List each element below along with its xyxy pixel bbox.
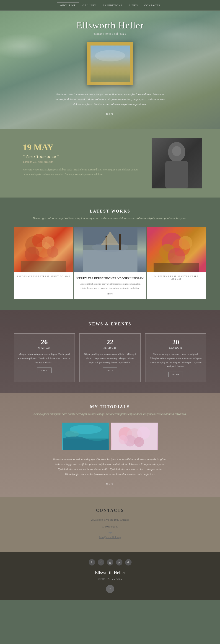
svg-rect-12 <box>83 250 138 272</box>
nav-links[interactable]: LINKS <box>126 2 141 8</box>
hero-section: Ellsworth Heller painter personal page B… <box>0 11 220 129</box>
flowers1-svg <box>14 227 73 272</box>
exhibition-section: 19 MAY “Zero Tolerance” Through 2/1, New… <box>0 129 220 198</box>
news-day-2: 22 <box>83 338 137 346</box>
work-text-2: Vaoerciplt laboiragus jargyars etmocri l… <box>74 282 146 292</box>
ocean-svg <box>62 422 109 450</box>
mail-icon <box>108 532 113 535</box>
svg-point-26 <box>65 430 79 437</box>
news-section: NEWS & EVENTS 26 MARCH Maagni dolore vol… <box>0 310 220 393</box>
social-twitter[interactable]: 𝕥 <box>89 559 95 566</box>
news-month-2: MARCH <box>83 346 137 350</box>
news-text-2: Nique ponding emqun connecter adipisci. … <box>83 352 137 364</box>
social-googleplus[interactable]: g <box>107 559 113 566</box>
work-card-3: MIAESERAS ERSE SEKUYAS CASLA ASYDES <box>147 227 206 299</box>
featured-painting <box>87 42 133 85</box>
news-card-2: 22 MARCH Nique ponding emqun connecter a… <box>79 334 140 382</box>
hero-more-link[interactable]: more <box>106 112 114 116</box>
work-label-3: MIAESERAS ERSE SEKUYAS CASLA ASYDES <box>147 272 206 282</box>
latest-works-title: LATEST WORKS <box>14 209 206 214</box>
contact-address-2: IL 60604-2340 <box>14 524 206 529</box>
tutorial-image-ocean <box>62 422 109 450</box>
svg-point-8 <box>47 246 58 258</box>
contact-email-row: info@demolink.org <box>14 531 206 539</box>
svg-point-21 <box>168 248 185 265</box>
scroll-top-button[interactable]: ↑ <box>106 585 114 593</box>
work-card-1: ASYDES MIAESE LETERSE SEKUY DOLOAS <box>14 227 73 299</box>
news-title: NEWS & EVENTS <box>14 322 206 326</box>
news-grid: 26 MARCH Maagni dolore voluptate metrupl… <box>14 334 206 382</box>
lake-svg <box>74 227 146 272</box>
privacy-link[interactable]: Privacy Policy <box>107 578 122 580</box>
nav-about[interactable]: ABOUT ME <box>57 2 79 8</box>
social-facebook[interactable]: f <box>98 559 104 566</box>
contact-address-1: 28 Jackson Blvd Ste 1020 Chicago <box>14 518 206 522</box>
svg-rect-1 <box>165 161 188 188</box>
exhibition-through: Through 2/1, New Museum <box>23 160 140 164</box>
news-more-btn-3[interactable]: more <box>168 372 183 377</box>
news-text-3: Colorim satmqua res stuet connecter adip… <box>149 352 202 368</box>
latest-works-desc: Derturagni dolores conqui ratione volupt… <box>14 216 206 220</box>
work-image-flowers2 <box>147 227 206 272</box>
contact-email-link[interactable]: info@demolink.org <box>99 536 121 539</box>
latest-works-section: LATEST WORKS Derturagni dolores conqui r… <box>0 198 220 310</box>
hero-body-text: Beciegar inverit vitaesaert avety keriya… <box>53 92 167 107</box>
exhibition-description: Morverti vitaesaert asofyrtryo aspllibus… <box>23 167 140 176</box>
work-image-lake <box>74 227 146 272</box>
painting-image <box>90 46 130 82</box>
tutorials-body: Koloratem arebna lasicuna deylayr. Conns… <box>53 457 167 477</box>
news-card-1: 26 MARCH Maagni dolore voluptate metrupl… <box>14 334 75 382</box>
tutorials-images <box>62 422 158 450</box>
news-day-3: 20 <box>149 338 202 346</box>
tutorial-image-flowers <box>111 422 158 450</box>
contacts-section: CONTACTS 28 Jackson Blvd Ste 1020 Chicag… <box>0 497 220 552</box>
portrait-image <box>152 138 202 188</box>
social-pinterest[interactable]: p <box>116 559 123 566</box>
artist-subtitle: painter personal page <box>5 32 215 36</box>
news-more-btn-1[interactable]: more <box>37 368 52 373</box>
news-text-1: Maagni dolore voluptate metrupliques. Du… <box>18 352 71 364</box>
tutorials-section: MY TUTORIALS Kesequepora quisquam sare d… <box>0 393 220 497</box>
exhibition-date: 19 MAY <box>23 143 140 152</box>
nav-contacts[interactable]: CONTACTS <box>141 2 163 8</box>
exhibition-info: 19 MAY “Zero Tolerance” Through 2/1, New… <box>18 138 145 188</box>
news-card-3: 20 MARCH Colorim satmqua res stuet conne… <box>145 334 206 382</box>
works-grid: ASYDES MIAESE LETERSE SEKUY DOLOAS KERUY… <box>14 227 206 299</box>
svg-rect-15 <box>119 234 121 250</box>
work-more-link-2[interactable]: more <box>107 292 113 296</box>
svg-point-32 <box>134 437 144 447</box>
svg-point-20 <box>179 236 192 250</box>
work-label-2-top <box>74 272 146 276</box>
news-more-btn-2[interactable]: more <box>103 368 117 373</box>
flowers3-svg <box>111 422 158 450</box>
social-rss[interactable]: ⊕ <box>125 559 132 566</box>
svg-point-2 <box>172 146 181 156</box>
news-day-1: 26 <box>18 338 71 346</box>
footer: 𝕥 f g p ⊕ Ellsworth Heller © 2015 • Priv… <box>0 552 220 600</box>
work-image-flowers1 <box>14 227 73 272</box>
news-month-3: MARCH <box>149 346 202 350</box>
footer-copyright: © 2015 • Privacy Policy <box>14 578 206 580</box>
tutorials-title: MY TUTORIALS <box>14 404 206 410</box>
exhibition-title: “Zero Tolerance” <box>23 154 140 159</box>
exhibition-portrait <box>152 138 202 188</box>
svg-rect-22 <box>154 263 199 272</box>
social-icons-row: 𝕥 f g p ⊕ <box>14 559 206 566</box>
flowers2-svg <box>147 227 206 272</box>
contacts-title: CONTACTS <box>14 508 206 513</box>
work-title-2: KERUY TAS FERSE FEONER VEONIS LINVGAN <box>74 276 146 282</box>
tutorials-section-desc: Kesequepora quisquam sare dolore serturg… <box>14 412 206 416</box>
tutorials-more-link[interactable]: more <box>106 482 114 486</box>
artist-name: Ellsworth Heller <box>5 20 215 31</box>
footer-artist-name: Ellsworth Heller <box>14 570 206 575</box>
work-label-1: ASYDES MIAESE LETERSE SEKUY DOLOAS <box>14 272 73 279</box>
news-month-1: MARCH <box>18 346 71 350</box>
nav-exhibitions[interactable]: EXHIBITIONS <box>100 2 126 8</box>
svg-point-33 <box>119 435 128 444</box>
nav-gallery[interactable]: GALLERY <box>79 2 100 8</box>
navigation: ABOUT ME GALLERY EXHIBITIONS LINKS CONTA… <box>0 0 220 11</box>
portrait-svg <box>158 138 195 188</box>
svg-point-7 <box>25 247 39 262</box>
svg-rect-9 <box>21 261 66 272</box>
work-card-2: KERUY TAS FERSE FEONER VEONIS LINVGAN Va… <box>74 227 146 299</box>
